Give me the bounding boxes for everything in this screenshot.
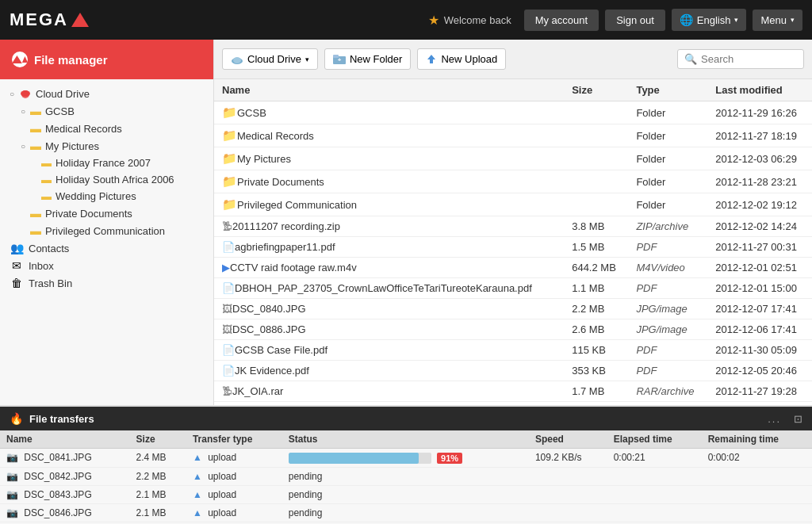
sidebar-item-label-gcsb: GCSB: [45, 105, 75, 117]
search-icon: 🔍: [684, 53, 697, 65]
table-header-row: Name Size Type Last modified: [214, 79, 812, 101]
menu-button[interactable]: Menu ▾: [753, 10, 802, 31]
file-size-cell: [564, 124, 628, 147]
table-row[interactable]: 📄 GCSB Case File.pdf 115 KB PDF 2012-11-…: [214, 340, 812, 361]
file-size-cell: [564, 101, 628, 124]
sidebar-item-cloud-drive[interactable]: ○ Cloud Drive: [0, 86, 213, 102]
table-row[interactable]: 📁 GCSB Folder 2012-11-29 16:26: [214, 101, 812, 124]
svg-text:+: +: [338, 56, 342, 63]
file-manager-icon: [12, 52, 28, 67]
table-row[interactable]: 📄 agbriefingpaper11.pdf 1.5 MB PDF 2012-…: [214, 237, 812, 258]
table-row[interactable]: 📁 Privileged Communication Folder 2012-1…: [214, 193, 812, 216]
file-modified-cell: 2012-12-03 06:29: [707, 147, 812, 170]
cloud-drive-button[interactable]: Cloud Drive ▾: [222, 48, 318, 70]
file-type-cell: JPG/image: [628, 319, 707, 340]
upload-icon: [426, 54, 437, 64]
folder-icon-priv: ▬: [30, 207, 41, 220]
sidebar-item-inbox[interactable]: ✉ Inbox: [0, 257, 213, 274]
file-modified-cell: 2012-12-06 17:41: [707, 319, 812, 340]
transfer-remaining-cell: [702, 485, 812, 503]
file-name-cell: 🗜 20111207 recording.zip: [214, 216, 564, 237]
language-button[interactable]: 🌐 English ▾: [672, 9, 747, 31]
file-size-cell: 644.2 MB: [564, 258, 628, 278]
new-folder-button[interactable]: + New Folder: [324, 48, 411, 70]
table-row[interactable]: ▶ CCTV raid footage raw.m4v 644.2 MB M4V…: [214, 258, 812, 278]
sidebar-item-wedding[interactable]: ▬ Wedding Pictures: [0, 188, 213, 205]
expand-icon-med: [17, 123, 29, 134]
file-size-cell: 353 KB: [564, 361, 628, 381]
table-row[interactable]: 📁 Private Documents Folder 2012-11-28 23…: [214, 170, 812, 193]
sidebar-item-label-france: Holiday France 2007: [56, 157, 151, 169]
transfer-remaining-cell: [702, 503, 812, 522]
upload-arrow-icon: ▲: [193, 471, 202, 482]
transfer-speed-cell: 109.2 KB/s: [529, 449, 607, 468]
transfers-table: Name Size Transfer type Status Speed Ela…: [0, 430, 812, 524]
folder-icon-gcsb: ▬: [30, 105, 41, 117]
file-name-cell: ▶ CCTV raid footage raw.m4v: [214, 258, 564, 278]
file-type-cell: ZIP/archive: [628, 216, 707, 237]
file-size-cell: 2.2 MB: [564, 299, 628, 319]
tcol-type: Transfer type: [186, 430, 282, 449]
table-row[interactable]: 📄 DBHOH_PAP_23705_CrownLawOfficeTeTariTu…: [214, 278, 812, 299]
top-navigation: MEGA ★ Welcome back My account Sign out …: [0, 0, 812, 40]
new-upload-button[interactable]: New Upload: [417, 48, 506, 70]
table-row[interactable]: 🗜 JK_OIA.rar 1.7 MB RAR/archive 2012-11-…: [214, 381, 812, 402]
sidebar-item-label-medical: Medical Records: [45, 123, 122, 135]
table-row[interactable]: 🗜 20111207 recording.zip 3.8 MB ZIP/arch…: [214, 216, 812, 237]
sidebar-item-label-private: Private Documents: [45, 208, 132, 220]
signout-button[interactable]: Sign out: [605, 10, 665, 31]
table-row[interactable]: 📄 JK Evidence.pdf 353 KB PDF 2012-12-05 …: [214, 361, 812, 381]
expand-icon-sa: [29, 174, 40, 186]
content-area: Cloud Drive ▾ + New Folder New Upload 🔍: [214, 40, 812, 405]
file-size-cell: 198 KB: [564, 402, 628, 406]
file-name-cell: 📁 Privileged Communication: [214, 193, 564, 216]
folder-icon: 📁: [222, 174, 237, 189]
table-row[interactable]: 📁 Medical Records Folder 2012-11-27 18:1…: [214, 124, 812, 147]
table-row[interactable]: 📁 My Pictures Folder 2012-12-03 06:29: [214, 147, 812, 170]
folder-icon-med: ▬: [30, 122, 41, 135]
account-button[interactable]: My account: [524, 10, 599, 31]
sidebar-item-contacts[interactable]: 👥 Contacts: [0, 239, 213, 257]
rar-icon: 🗜: [222, 385, 232, 397]
file-type-cell: PDF: [628, 237, 707, 258]
transfer-row: 📷 DSC_0842.JPG 2.2 MB ▲ upload pending: [0, 467, 812, 485]
search-box: 🔍: [677, 49, 804, 69]
sidebar-item-medical-records[interactable]: ▬ Medical Records: [0, 120, 213, 137]
file-type-cell: Folder: [628, 147, 707, 170]
file-type-cell: Folder: [628, 170, 707, 193]
folder-icon: 📁: [222, 105, 237, 120]
folder-icon: 📁: [222, 128, 237, 143]
sidebar-item-holiday-sa[interactable]: ▬ Holiday South Africa 2006: [0, 171, 213, 188]
sidebar-item-holiday-france[interactable]: ▬ Holiday France 2007: [0, 155, 213, 171]
file-name-cell: 📁 GCSB: [214, 101, 564, 124]
search-input[interactable]: [701, 53, 796, 65]
col-size: Size: [564, 79, 628, 101]
cloud-icon: [231, 55, 243, 64]
table-row[interactable]: 📄 madeleine_laracy-perspectives_from_new…: [214, 402, 812, 406]
upload-arrow-icon: ▲: [193, 489, 202, 500]
transfers-collapse-icon[interactable]: ⊡: [794, 413, 802, 425]
camera-icon: 📷: [6, 489, 18, 500]
pdf-icon: 📄: [222, 241, 235, 253]
table-row[interactable]: 🖼 DSC_0886.JPG 2.6 MB JPG/image 2012-12-…: [214, 319, 812, 340]
sidebar-item-priv-comm[interactable]: ▬ Privileged Communication: [0, 222, 213, 239]
file-name-cell: 🗜 JK_OIA.rar: [214, 381, 564, 402]
file-type-cell: PDF: [628, 361, 707, 381]
folder-icon: 📁: [222, 197, 237, 212]
transfer-size-cell: 2.4 MB: [130, 449, 186, 468]
sidebar-item-gcsb[interactable]: ○ ▬ GCSB: [0, 102, 213, 120]
file-size-cell: 1.5 MB: [564, 237, 628, 258]
trash-icon: 🗑: [10, 277, 24, 289]
sidebar-item-private-docs[interactable]: ▬ Private Documents: [0, 205, 213, 222]
file-modified-cell: 2012-12-05 20:46: [707, 361, 812, 381]
table-row[interactable]: 🖼 DSC_0840.JPG 2.2 MB JPG/image 2012-12-…: [214, 299, 812, 319]
file-modified-cell: 2012-11-29 16:26: [707, 101, 812, 124]
sidebar-item-label-wedding: Wedding Pictures: [56, 190, 136, 202]
file-name-cell: 🖼 DSC_0886.JPG: [214, 319, 564, 340]
sidebar-item-trash[interactable]: 🗑 Trash Bin: [0, 274, 213, 292]
col-modified: Last modified: [707, 79, 812, 101]
transfer-type-cell: ▲ upload: [186, 467, 282, 485]
menu-chevron-icon: ▾: [791, 16, 795, 24]
sidebar-item-my-pictures[interactable]: ○ ▬ My Pictures: [0, 137, 213, 155]
transfer-name-cell: 📷 DSC_0843.JPG: [0, 485, 130, 503]
